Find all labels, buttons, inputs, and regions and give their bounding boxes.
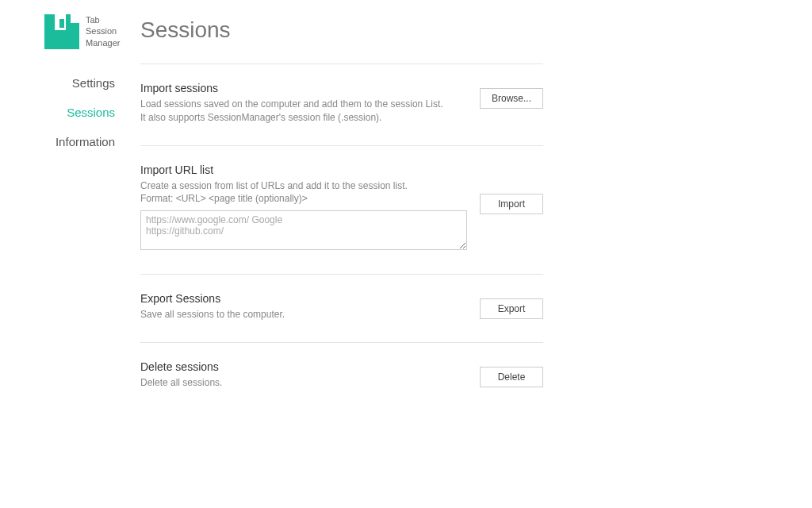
nav-sessions[interactable]: Sessions	[67, 98, 115, 127]
import-url-desc: Create a session from list of URLs and a…	[140, 179, 467, 206]
export-title: Export Sessions	[140, 292, 467, 305]
export-desc: Save all sessions to the computer.	[140, 308, 467, 321]
floppy-disk-icon	[44, 14, 79, 49]
page-title: Sessions	[140, 17, 543, 43]
app-name: Tab Session Manager	[86, 14, 120, 48]
section-export: Export Sessions Save all sessions to the…	[140, 274, 543, 342]
app-logo-block: Tab Session Manager	[14, 14, 120, 49]
section-import-url: Import URL list Create a session from li…	[140, 145, 543, 275]
delete-title: Delete sessions	[140, 360, 467, 373]
delete-desc: Delete all sessions.	[140, 376, 467, 390]
section-delete: Delete sessions Delete all sessions. Del…	[140, 342, 543, 410]
nav-settings[interactable]: Settings	[72, 68, 115, 98]
import-sessions-title: Import sessions	[140, 82, 467, 94]
export-button[interactable]: Export	[480, 298, 543, 319]
import-url-title: Import URL list	[140, 164, 467, 176]
nav-information[interactable]: Information	[56, 127, 115, 156]
import-url-textarea[interactable]	[140, 210, 467, 250]
section-import-sessions: Import sessions Load sessions saved on t…	[140, 64, 543, 145]
browse-button[interactable]: Browse...	[480, 88, 543, 109]
import-sessions-desc: Load sessions saved on the computer and …	[140, 98, 467, 125]
delete-button[interactable]: Delete	[480, 367, 543, 387]
import-button[interactable]: Import	[480, 194, 543, 214]
